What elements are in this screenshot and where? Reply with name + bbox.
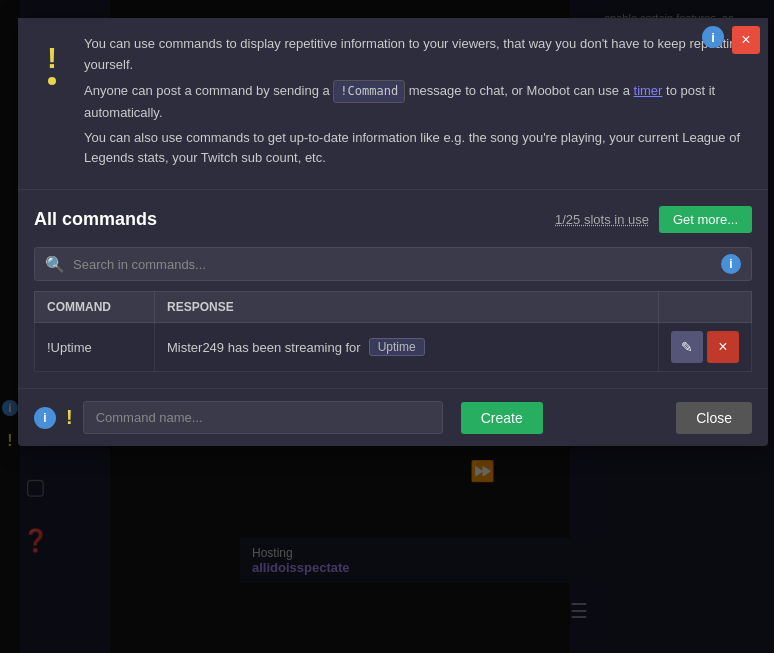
info-circle-top-right[interactable]: i	[702, 26, 724, 48]
search-bar: 🔍 i	[34, 247, 752, 281]
response-text: Mister249 has been streaming for	[167, 340, 361, 355]
warning-icon: !	[34, 34, 70, 94]
delete-button[interactable]: ×	[707, 331, 739, 363]
response-cell: Mister249 has been streaming for Uptime	[155, 323, 659, 372]
slots-text: 1/25 slots in use	[555, 212, 649, 227]
commands-modal: ! You can use commands to display repeti…	[18, 18, 768, 446]
col-command: COMMAND	[35, 292, 155, 323]
col-response: RESPONSE	[155, 292, 659, 323]
search-input[interactable]	[73, 257, 721, 272]
table-row: !Uptime Mister249 has been streaming for…	[35, 323, 752, 372]
action-cell: ✎ ×	[659, 323, 752, 372]
table-header-row: COMMAND RESPONSE	[35, 292, 752, 323]
modal-header-row: All commands 1/25 slots in use Get more.…	[34, 206, 752, 233]
modal-title: All commands	[34, 209, 157, 230]
search-icon: 🔍	[45, 255, 65, 274]
modal-footer: i ! Create Close	[18, 388, 768, 446]
edit-button[interactable]: ✎	[671, 331, 703, 363]
slots-area: 1/25 slots in use Get more...	[555, 206, 752, 233]
banner-line1: You can use commands to display repetiti…	[84, 34, 752, 76]
create-button[interactable]: Create	[461, 402, 543, 434]
banner-line3: You can also use commands to get up-to-d…	[84, 128, 752, 170]
get-more-button[interactable]: Get more...	[659, 206, 752, 233]
info-banner: ! You can use commands to display repeti…	[18, 18, 768, 190]
response-content: Mister249 has been streaming for Uptime	[167, 338, 646, 356]
command-badge: !Command	[333, 80, 405, 103]
command-name-input[interactable]	[83, 401, 443, 434]
close-button[interactable]: Close	[676, 402, 752, 434]
col-actions	[659, 292, 752, 323]
uptime-badge: Uptime	[369, 338, 425, 356]
info-circle-search[interactable]: i	[721, 254, 741, 274]
commands-table: COMMAND RESPONSE !Uptime Mister249 has b…	[34, 291, 752, 372]
command-cell: !Uptime	[35, 323, 155, 372]
timer-link[interactable]: timer	[634, 83, 663, 98]
footer-left: i ! Create	[34, 401, 543, 434]
modal-body: All commands 1/25 slots in use Get more.…	[18, 190, 768, 388]
close-x-button[interactable]: ×	[732, 26, 760, 54]
action-buttons: ✎ ×	[671, 331, 739, 363]
banner-line2: Anyone can post a command by sending a !…	[84, 80, 752, 124]
footer-exclamation-icon: !	[66, 406, 73, 429]
banner-text: You can use commands to display repetiti…	[84, 34, 752, 173]
footer-info-circle[interactable]: i	[34, 407, 56, 429]
